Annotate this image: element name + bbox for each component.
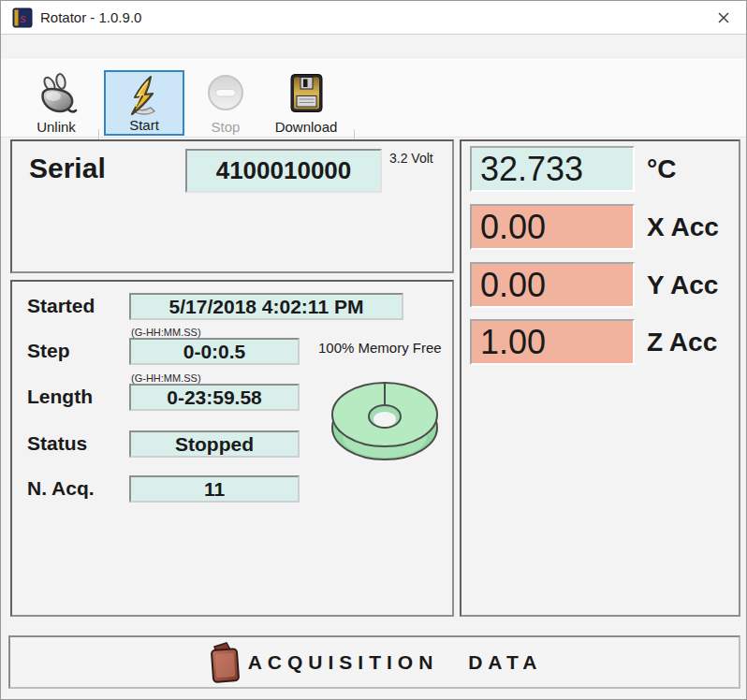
- serial-value-field[interactable]: 4100010000: [185, 149, 382, 193]
- n-acq-value-field: 11: [129, 475, 300, 503]
- readings-panel: 32.733 °C 0.00 X Acc 0.00 Y Acc 1.00 Z A…: [460, 139, 740, 617]
- length-label: Length: [27, 384, 93, 410]
- length-format-hint: (G-HH:MM.SS): [131, 372, 201, 384]
- start-button[interactable]: Start: [104, 70, 184, 136]
- acquisition-data-button[interactable]: ACQUISITION DATA: [8, 635, 740, 689]
- download-button-label: Download: [275, 120, 338, 135]
- started-value-field[interactable]: 5/17/2018 4:02:11 PM: [129, 293, 403, 320]
- acquisition-data-label: ACQUISITION DATA: [248, 651, 543, 674]
- voltage-readout: 3.2 Volt: [389, 151, 433, 166]
- status-label: Status: [27, 430, 87, 457]
- download-button[interactable]: Download: [266, 70, 346, 136]
- temperature-readout: 32.733: [470, 146, 635, 192]
- lightning-icon: [123, 74, 166, 117]
- app-logo-icon: s: [12, 7, 33, 28]
- x-acc-readout: 0.00: [470, 204, 635, 250]
- x-acc-label: X Acc: [647, 204, 739, 250]
- titlebar: s Rotator - 1.0.9.0: [1, 1, 746, 35]
- memory-donut-chart: [329, 372, 441, 465]
- memory-free-label: 100% Memory Free: [318, 340, 442, 356]
- status-value-field: Stopped: [129, 430, 300, 458]
- folder-icon: [207, 640, 244, 685]
- unlink-button[interactable]: Unlink: [16, 70, 96, 136]
- unlink-button-label: Unlink: [37, 120, 76, 135]
- window-title: Rotator - 1.0.9.0: [40, 9, 141, 25]
- step-value-field[interactable]: 0-0:0.5: [129, 338, 300, 365]
- n-acq-label: N. Acq.: [27, 475, 95, 502]
- temperature-unit-label: °C: [647, 146, 739, 192]
- z-acc-label: Z Acc: [647, 319, 739, 365]
- start-button-label: Start: [129, 118, 159, 133]
- app-window: s Rotator - 1.0.9.0: [0, 0, 747, 700]
- acquisition-panel: Started 5/17/2018 4:02:11 PM (G-HH:MM.SS…: [10, 280, 454, 617]
- started-label: Started: [27, 293, 95, 319]
- y-acc-label: Y Acc: [647, 262, 739, 308]
- floppy-icon: [285, 72, 328, 115]
- stop-icon: [204, 72, 247, 115]
- toolbar: Unlink Start Stop: [1, 57, 746, 138]
- serial-panel: Serial 4100010000 3.2 Volt: [10, 139, 454, 273]
- close-icon: [716, 10, 731, 25]
- serial-label: Serial: [29, 153, 106, 184]
- stop-button[interactable]: Stop: [187, 70, 264, 136]
- plug-icon: [35, 72, 78, 115]
- svg-text:s: s: [20, 11, 26, 25]
- stop-button-label: Stop: [212, 120, 241, 135]
- y-acc-readout: 0.00: [470, 262, 635, 308]
- z-acc-readout: 1.00: [470, 319, 635, 365]
- step-label: Step: [27, 338, 70, 364]
- close-button[interactable]: [710, 7, 737, 29]
- step-format-hint: (G-HH:MM.SS): [131, 327, 201, 338]
- length-value-field[interactable]: 0-23:59.58: [129, 384, 300, 411]
